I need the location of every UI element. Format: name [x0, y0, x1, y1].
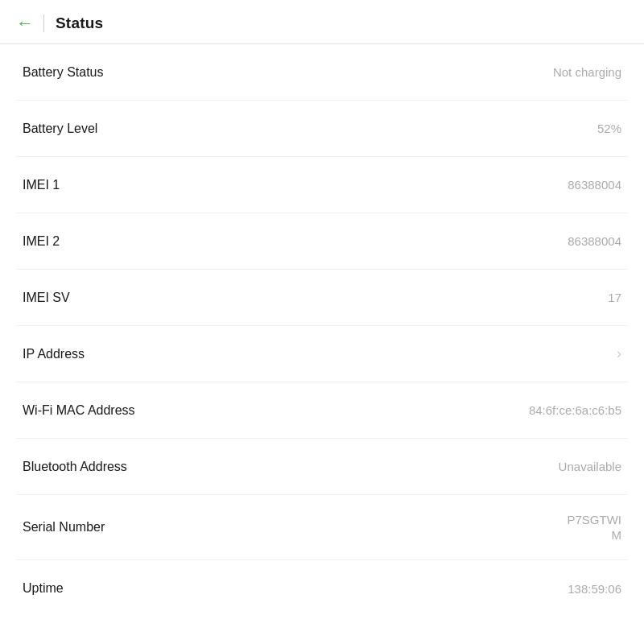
battery-status-value: Not charging [322, 65, 621, 79]
ip-address-label: IP Address [23, 347, 613, 361]
bluetooth-address-value: Unavailable [322, 460, 621, 473]
ip-address-row[interactable]: IP Address › [16, 326, 628, 382]
uptime-row: Uptime 138:59:06 [16, 560, 628, 617]
imei-sv-value: 17 [322, 291, 621, 304]
ip-address-value-container: › [613, 345, 621, 362]
battery-level-label: Battery Level [23, 122, 322, 136]
imei2-label: IMEI 2 [23, 234, 322, 249]
battery-level-value: 52% [322, 122, 621, 135]
imei-sv-label: IMEI SV [23, 291, 322, 305]
header-divider [43, 14, 44, 32]
battery-level-row: Battery Level 52% [16, 101, 628, 157]
imei1-label: IMEI 1 [23, 178, 322, 192]
content-area: Battery Status Not charging Battery Leve… [0, 44, 644, 643]
wifi-mac-label: Wi-Fi MAC Address [23, 403, 322, 418]
imei2-row: IMEI 2 86388004 [16, 213, 628, 270]
imei1-row: IMEI 1 86388004 [16, 157, 628, 213]
imei-sv-row: IMEI SV 17 [16, 270, 628, 326]
imei1-value: 86388004 [322, 178, 621, 192]
serial-number-value: P7SGTWI M [322, 513, 621, 542]
imei2-value: 86388004 [322, 234, 621, 248]
serial-number-row: Serial Number P7SGTWI M [16, 495, 628, 560]
battery-status-label: Battery Status [23, 65, 322, 80]
ip-address-chevron-icon: › [617, 345, 621, 362]
bluetooth-address-row: Bluetooth Address Unavailable [16, 439, 628, 495]
serial-number-line1: P7SGTWI [567, 513, 621, 526]
serial-number-line2: M [612, 528, 622, 542]
bluetooth-address-label: Bluetooth Address [23, 460, 322, 474]
header: ← Status [0, 0, 644, 44]
wifi-mac-value: 84:6f:ce:6a:c6:b5 [322, 403, 621, 417]
uptime-label: Uptime [23, 581, 322, 596]
serial-number-label: Serial Number [23, 520, 322, 535]
phone-screen: ← Status Battery Status Not charging Bat… [0, 0, 644, 644]
back-button[interactable]: ← [16, 14, 34, 32]
wifi-mac-row: Wi-Fi MAC Address 84:6f:ce:6a:c6:b5 [16, 382, 628, 439]
uptime-value: 138:59:06 [322, 582, 621, 596]
battery-status-row: Battery Status Not charging [16, 44, 628, 101]
page-title: Status [56, 14, 103, 32]
